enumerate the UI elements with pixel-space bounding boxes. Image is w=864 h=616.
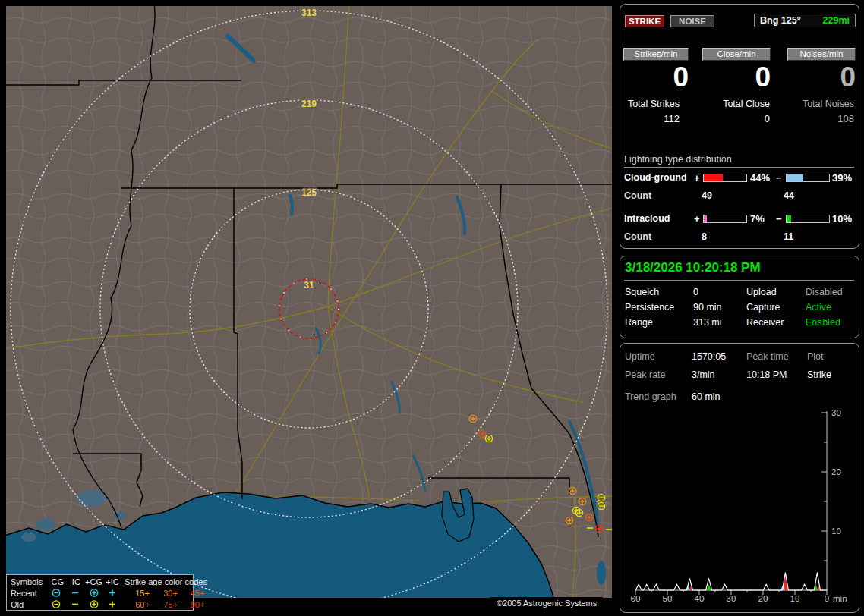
ic-plus-count: 8 [702, 231, 707, 242]
age-code-30: 30+ [156, 589, 184, 598]
ring-label-125: 125 [301, 187, 317, 198]
divider [624, 280, 854, 281]
strike-rate-trend-chart: 1020306050403020100min [620, 406, 859, 611]
squelch-label: Squelch [625, 287, 659, 297]
plus-sign: + [694, 172, 700, 184]
distribution-title: Lightning type distribution [624, 154, 854, 168]
cg-minus-count: 44 [784, 190, 794, 201]
ic-minus-bar [786, 215, 830, 223]
bearing-label: Bng 125° [760, 15, 801, 26]
legend-row-recent-label: Recent [11, 589, 47, 598]
map-canvas: 313 219 125 31 [6, 6, 612, 598]
status-panel: 3/18/2026 10:20:18 PM Squelch 0 Upload D… [620, 256, 859, 338]
ring-label-31: 31 [304, 280, 314, 291]
neg-ic-old-icon [65, 599, 84, 609]
peak-rate-label: Peak rate [625, 369, 666, 380]
uptime-value: 1570:05 [692, 351, 726, 362]
receiver-status: Enabled [806, 317, 840, 328]
svg-text:10: 10 [831, 526, 841, 536]
close-per-min-button[interactable]: Close/min [702, 48, 771, 61]
close-per-min-value: 0 [701, 63, 771, 92]
age-code-60: 60+ [128, 600, 156, 609]
peak-time-label: Peak time [746, 351, 789, 362]
legend-col-ncg: -CG [47, 577, 65, 586]
cg-minus-bar [786, 174, 830, 182]
strikes-per-min-button[interactable]: Strikes/min [623, 48, 689, 61]
legend-col-pic: +IC [103, 577, 121, 586]
ic-minus-count: 11 [784, 231, 793, 242]
cloud-ground-label: Cloud-ground [624, 172, 687, 183]
cg-count-label: Count [624, 190, 651, 201]
capture-status: Active [806, 302, 831, 313]
cg-plus-count: 49 [702, 190, 712, 201]
cg-plus-percent: 44% [750, 172, 770, 184]
svg-text:20: 20 [831, 467, 841, 476]
svg-text:0: 0 [825, 594, 829, 603]
capture-label: Capture [746, 302, 780, 313]
ring-label-219: 219 [301, 99, 317, 109]
legend-symbols-header: Symbols [11, 577, 47, 586]
neg-cg-old-icon [47, 599, 65, 609]
plot-mode-value: Strike [807, 369, 831, 380]
total-strikes-value: 112 [622, 113, 680, 124]
svg-text:20: 20 [758, 594, 768, 603]
statistics-trend-panel: Uptime 1570:05 Peak time Plot Peak rate … [620, 343, 859, 613]
persistence-label: Persistence [625, 302, 674, 313]
trend-graph-window: 60 min [692, 391, 721, 402]
svg-text:30: 30 [831, 408, 841, 417]
upload-status: Disabled [806, 287, 843, 297]
noise-mode-button[interactable]: NOISE [670, 15, 714, 27]
pos-ic-recent-icon [103, 588, 121, 598]
strike-mode-button[interactable]: STRIKE [625, 15, 664, 27]
strike-counter-panel: STRIKE NOISE Bng 125° 229mi Strikes/min … [620, 4, 859, 249]
strikes-per-min-value: 0 [622, 63, 689, 92]
ic-count-label: Count [624, 231, 651, 242]
plus-sign: + [694, 213, 700, 225]
cg-minus-percent: 39% [832, 172, 852, 184]
age-code-45: 45+ [184, 589, 210, 598]
ic-plus-bar [703, 215, 747, 223]
legend-col-pcg: +CG [84, 577, 103, 586]
uptime-label: Uptime [625, 351, 655, 362]
persistence-value: 90 min [693, 302, 722, 313]
bearing-distance: 229mi [823, 14, 850, 27]
total-close-value: 0 [701, 113, 770, 124]
peak-time-value: 10:18 PM [746, 369, 787, 380]
trend-graph-label: Trend graph [625, 391, 676, 402]
ring-label-313: 313 [301, 8, 317, 18]
svg-text:50: 50 [663, 594, 673, 603]
minus-sign: − [776, 172, 782, 184]
age-code-75: 75+ [156, 600, 184, 609]
bearing-readout: Bng 125° 229mi [754, 14, 856, 27]
noises-per-min-value: 0 [784, 63, 856, 92]
svg-text:40: 40 [695, 594, 705, 603]
age-code-15: 15+ [128, 589, 156, 598]
cg-plus-bar [703, 174, 747, 182]
svg-text:30: 30 [727, 594, 736, 603]
pos-cg-recent-icon [84, 588, 103, 598]
range-value: 313 mi [693, 317, 722, 328]
copyright-notice: ©2005 Astrogenic Systems [490, 597, 603, 610]
pos-cg-old-icon [84, 599, 103, 609]
total-strikes-label: Total Strikes [622, 99, 680, 109]
total-noises-label: Total Noises [784, 99, 854, 109]
current-datetime: 3/18/2026 10:20:18 PM [625, 260, 761, 275]
ic-minus-percent: 10% [832, 213, 852, 225]
plot-label: Plot [807, 351, 824, 362]
total-close-label: Total Close [701, 99, 770, 109]
receiver-label: Receiver [746, 317, 784, 328]
pos-ic-old-icon [103, 599, 121, 609]
legend-col-nic: -IC [65, 577, 84, 586]
intracloud-label: Intracloud [624, 213, 670, 224]
lightning-map[interactable]: 313 219 125 31 Symbols -CG -IC +CG +IC S… [6, 6, 612, 598]
svg-text:10: 10 [790, 594, 800, 603]
squelch-value: 0 [693, 287, 698, 297]
age-code-90: 90+ [184, 600, 210, 609]
total-noises-value: 108 [784, 113, 854, 124]
upload-label: Upload [746, 287, 777, 297]
peak-rate-value: 3/min [692, 369, 715, 380]
neg-cg-recent-icon [47, 588, 65, 598]
ic-plus-percent: 7% [750, 213, 765, 225]
legend-age-header: Strike age color codes [121, 577, 210, 586]
noises-per-min-button[interactable]: Noises/min [787, 48, 856, 61]
